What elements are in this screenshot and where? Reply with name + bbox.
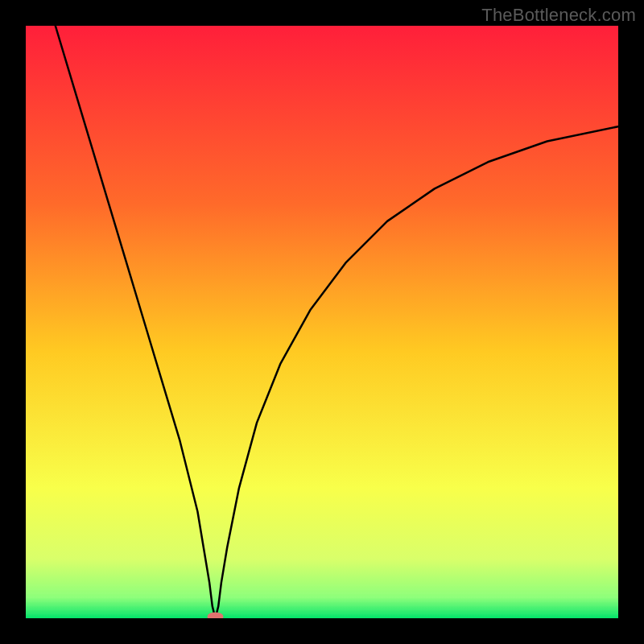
watermark-text: TheBottleneck.com [481,5,636,26]
gradient-background [26,26,618,618]
chart-frame: TheBottleneck.com [0,0,644,644]
plot-area [26,26,618,618]
chart-svg [26,26,618,618]
